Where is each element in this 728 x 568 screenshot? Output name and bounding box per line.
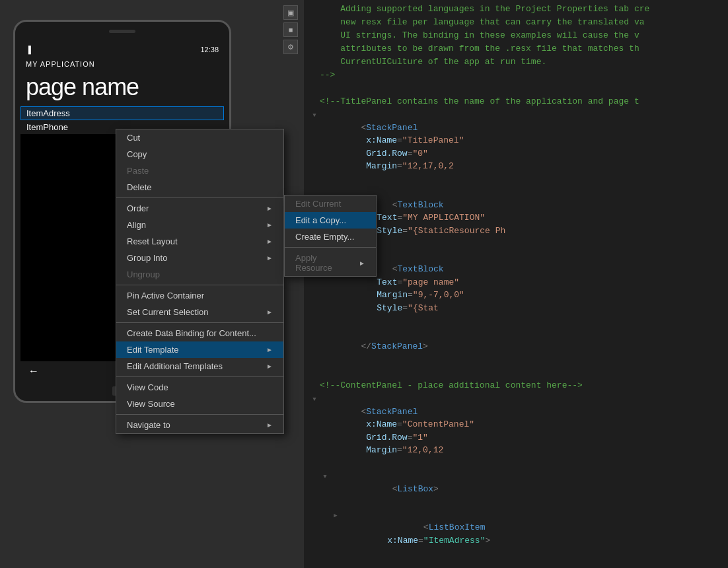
phone-page-name: page name xyxy=(20,71,224,106)
view-source-label: View Source xyxy=(127,399,175,409)
edit-template-label: Edit Template xyxy=(127,345,179,355)
code-line-contentpanel-comment: <!--ContentPanel - place additional cont… xyxy=(304,379,728,392)
navigate-to-label: Navigate to xyxy=(127,420,170,430)
ungroup-label: Ungroup xyxy=(127,269,160,279)
signal-icon: ▐ xyxy=(26,46,31,53)
menu-item-create-data-binding[interactable]: Create Data Binding for Content... xyxy=(116,325,283,341)
collapse-btn-listbox1[interactable]: ▼ xyxy=(320,473,330,482)
menu-item-delete[interactable]: Delete xyxy=(116,179,283,195)
separator-5 xyxy=(116,414,283,415)
collapse-btn-titlepanel[interactable]: ▼ xyxy=(309,112,320,121)
menu-item-pin-active-container[interactable]: Pin Active Container xyxy=(116,287,283,304)
code-line-6: --> xyxy=(304,69,728,82)
code-line-1: Adding supported languages in the Projec… xyxy=(304,3,728,16)
code-line-textblock-itemadress: <TextBlock>ItemAdress</TextBlock> xyxy=(336,560,728,569)
code-line-2: new resx file per language that can carr… xyxy=(304,16,728,29)
view-code-label: View Code xyxy=(127,382,168,392)
menu-item-edit-template[interactable]: Edit Template ► xyxy=(116,341,283,358)
collapse-btn-contentpanel[interactable]: ▼ xyxy=(309,396,320,405)
apply-resource-label: Apply Resource xyxy=(295,253,353,273)
toolbar-button-2[interactable]: ■ xyxy=(283,22,298,37)
code-line-blank-1 xyxy=(304,82,728,95)
menu-item-cut[interactable]: Cut xyxy=(116,129,283,146)
menu-item-ungroup: Ungroup xyxy=(116,266,283,283)
menu-item-align[interactable]: Align ► xyxy=(116,217,283,233)
separator-1 xyxy=(116,197,283,198)
code-line-titlepanel-comment: <!--TitlePanel contains the name of the … xyxy=(304,95,728,108)
create-empty-label: Create Empty... xyxy=(295,232,354,242)
group-into-label: Group Into xyxy=(127,253,167,263)
menu-item-copy[interactable]: Copy xyxy=(116,146,283,162)
copy-label: Copy xyxy=(127,149,147,159)
menu-item-navigate-to[interactable]: Navigate to ► xyxy=(116,417,283,433)
cut-label: Cut xyxy=(127,133,140,143)
separator-3 xyxy=(116,322,283,323)
edit-additional-templates-arrow-icon: ► xyxy=(266,363,273,370)
submenu-create-empty[interactable]: Create Empty... xyxy=(285,229,376,245)
collapse-btn-itemadress[interactable]: ▶ xyxy=(330,512,341,521)
group-into-arrow-icon: ► xyxy=(266,254,273,262)
edit-additional-templates-label: Edit Additional Templates xyxy=(127,361,223,371)
set-current-selection-label: Set Current Selection xyxy=(127,307,209,317)
code-line-3: UI strings. The binding in these example… xyxy=(304,29,728,42)
phone-status-bar: ▐ 12:38 xyxy=(20,42,224,57)
phone-time: 12:38 xyxy=(200,46,219,53)
create-data-binding-label: Create Data Binding for Content... xyxy=(127,328,256,338)
phone-app-title: MY APPLICATION xyxy=(20,57,224,71)
menu-item-view-source[interactable]: View Source xyxy=(116,396,283,412)
submenu-separator xyxy=(285,247,376,248)
set-current-selection-arrow-icon: ► xyxy=(266,308,273,316)
separator-4 xyxy=(116,376,283,377)
code-editor-panel: Adding supported languages in the Projec… xyxy=(304,0,728,568)
menu-item-order[interactable]: Order ► xyxy=(116,200,283,217)
designer-panel: ▐ 12:38 MY APPLICATION page name ItemAdr… xyxy=(0,0,304,568)
menu-item-group-into[interactable]: Group Into ► xyxy=(116,250,283,266)
align-label: Align xyxy=(127,220,146,230)
phone-signal: ▐ xyxy=(26,46,31,53)
code-line-listbox1: ▼ <ListBox> xyxy=(314,470,728,509)
code-line-5: CurrentUICulture of the app at run time. xyxy=(304,55,728,69)
paste-label: Paste xyxy=(127,166,149,176)
submenu-apply-resource: Apply Resource ► xyxy=(285,250,376,276)
menu-item-view-code[interactable]: View Code xyxy=(116,379,283,396)
navigate-to-arrow-icon: ► xyxy=(266,421,273,429)
code-line-4: attributes to be drawn from the .resx fi… xyxy=(304,42,728,55)
code-line-listboxitem-itemadress: ▶ <ListBoxItem x:Name="ItemAdress"> xyxy=(325,509,728,560)
order-arrow-icon: ► xyxy=(266,205,273,212)
align-arrow-icon: ► xyxy=(266,221,273,229)
order-label: Order xyxy=(127,203,149,213)
code-line-stackpanel-close: </StackPanel> xyxy=(304,328,728,367)
edit-template-arrow-icon: ► xyxy=(266,346,273,353)
listbox-item-0[interactable]: ItemAdress xyxy=(20,106,224,120)
apply-resource-arrow-icon: ► xyxy=(359,260,365,267)
menu-item-set-current-selection[interactable]: Set Current Selection ► xyxy=(116,304,283,320)
menu-item-edit-additional-templates[interactable]: Edit Additional Templates ► xyxy=(116,358,283,374)
code-line-stackpanel-content: ▼ <StackPanel x:Name="ContentPanel" Grid… xyxy=(304,392,728,470)
phone-speaker xyxy=(109,30,135,33)
code-line-blank-2 xyxy=(304,366,728,379)
submenu-edit-template: Edit Current Edit a Copy... Create Empty… xyxy=(284,195,377,277)
menu-item-reset-layout[interactable]: Reset Layout ► xyxy=(116,233,283,250)
designer-toolbar: ▣ ■ ⚙ xyxy=(277,0,304,66)
pin-active-container-label: Pin Active Container xyxy=(127,291,204,301)
toolbar-button-1[interactable]: ▣ xyxy=(283,5,298,20)
context-menu: Cut Copy Paste Delete Order ► Align ► Re… xyxy=(116,129,284,434)
edit-a-copy-label: Edit a Copy... xyxy=(295,215,346,225)
delete-label: Delete xyxy=(127,182,152,192)
code-line-stackpanel-title: ▼ <StackPanel x:Name="TitlePanel" Grid.R… xyxy=(304,108,728,186)
separator-2 xyxy=(116,285,283,285)
reset-layout-arrow-icon: ► xyxy=(266,238,273,245)
menu-item-paste: Paste xyxy=(116,162,283,179)
submenu-edit-a-copy[interactable]: Edit a Copy... xyxy=(285,212,376,229)
edit-current-label: Edit Current xyxy=(295,199,341,209)
back-arrow-icon[interactable]: ← xyxy=(28,365,39,377)
code-editor: Adding supported languages in the Projec… xyxy=(304,0,728,568)
toolbar-button-3[interactable]: ⚙ xyxy=(283,40,298,54)
reset-layout-label: Reset Layout xyxy=(127,236,178,246)
submenu-edit-current: Edit Current xyxy=(285,195,376,212)
